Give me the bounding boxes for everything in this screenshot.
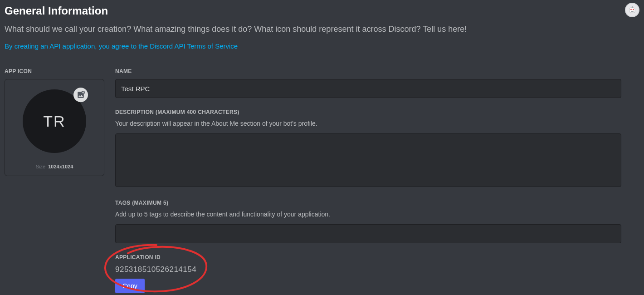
description-helper: Your description will appear in the Abou… (115, 120, 621, 127)
application-id-value: 925318510526214154 (115, 265, 621, 274)
description-input[interactable] (115, 133, 621, 187)
page-subtitle: What should we call your creation? What … (5, 24, 639, 35)
upload-image-button[interactable] (73, 88, 88, 102)
tags-label: TAGS (MAXIMUM 5) (115, 200, 621, 206)
user-avatar-icon[interactable] (625, 3, 639, 17)
icon-size-hint: Size: 1024x1024 (36, 164, 73, 169)
page-title: General Information (5, 5, 639, 17)
copy-button[interactable]: Copy (115, 279, 145, 293)
svg-point-3 (630, 9, 632, 10)
tos-link[interactable]: By creating an API application, you agre… (5, 42, 238, 50)
tags-helper: Add up to 5 tags to describe the content… (115, 211, 621, 218)
name-label: NAME (115, 68, 621, 74)
name-input[interactable] (115, 79, 621, 98)
tags-input[interactable] (115, 224, 621, 243)
svg-point-4 (633, 9, 634, 10)
svg-rect-5 (631, 11, 634, 12)
svg-rect-2 (629, 8, 635, 13)
image-add-icon (77, 91, 85, 99)
description-label: DESCRIPTION (MAXIMUM 400 CHARACTERS) (115, 109, 621, 115)
svg-rect-6 (632, 6, 633, 8)
app-icon-label: APP ICON (5, 68, 104, 74)
bot-face-icon (626, 4, 639, 16)
application-id-label: APPLICATION ID (115, 254, 621, 261)
app-icon-card: TR Size: 1024x1024 (5, 79, 104, 176)
